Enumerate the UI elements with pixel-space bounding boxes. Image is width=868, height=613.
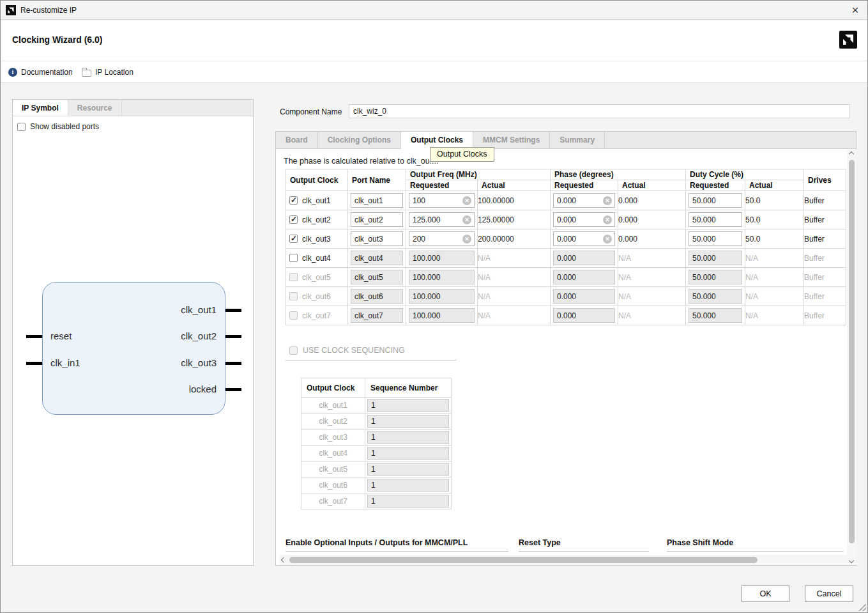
component-name-input[interactable]: clk_wiz_0 xyxy=(349,104,850,118)
port-name-input: clk_out5 xyxy=(351,270,403,284)
scroll-up-icon[interactable] xyxy=(847,150,856,159)
tab-mmcm-settings[interactable]: MMCM Settings xyxy=(473,132,550,148)
drives-value: Buffer xyxy=(804,210,846,229)
input-port-label: reset xyxy=(50,330,72,341)
enable-clock-checkbox[interactable] xyxy=(289,235,298,243)
phase-requested-input: 0.000 xyxy=(553,251,615,265)
enable-clock-checkbox[interactable] xyxy=(289,196,298,205)
duty-requested-input[interactable]: 50.000 xyxy=(689,231,742,246)
freq-requested-input: 100.000 xyxy=(409,289,475,304)
freq-requested-input[interactable]: 200✕ xyxy=(409,231,475,246)
show-disabled-ports-label: Show disabled ports xyxy=(30,122,99,131)
output-clock-label: clk_out3 xyxy=(302,235,331,244)
clear-icon[interactable]: ✕ xyxy=(603,215,612,224)
phase-requested-input[interactable]: 0.000✕ xyxy=(553,193,615,208)
sequence-row: clk_out41 xyxy=(301,446,452,462)
duty-requested-input[interactable]: 50.000 xyxy=(689,212,742,227)
main-tab-bar: Board Clocking Options Output Clocks MMC… xyxy=(276,132,856,149)
documentation-button[interactable]: i Documentation xyxy=(8,67,73,77)
clear-icon[interactable]: ✕ xyxy=(603,235,612,244)
input-port-stub xyxy=(26,335,42,338)
duty-requested-input[interactable]: 50.000 xyxy=(689,193,742,208)
drives-value: Buffer xyxy=(804,249,846,268)
col-output-clock: Output Clock xyxy=(286,169,348,191)
port-name-input: clk_out4 xyxy=(351,251,403,265)
tab-ip-symbol[interactable]: IP Symbol xyxy=(13,100,68,116)
enable-clock-checkbox[interactable] xyxy=(289,254,298,262)
output-clock-row: clk_out2clk_out2125.000✕125.000000.000✕0… xyxy=(286,210,846,229)
phase-actual-value: 0.000 xyxy=(618,229,686,249)
freq-requested-input: 100.000 xyxy=(409,308,475,323)
use-clock-sequencing-label: USE CLOCK SEQUENCING xyxy=(303,346,405,355)
port-name-input[interactable]: clk_out3 xyxy=(351,231,403,246)
duty-actual-value: N/A xyxy=(745,249,804,268)
enable-clock-checkbox[interactable] xyxy=(289,215,298,224)
input-port-stub xyxy=(26,362,42,365)
sequence-row: clk_out61 xyxy=(301,477,452,493)
phase-actual-value: N/A xyxy=(618,306,686,325)
phase-actual-value: 0.000 xyxy=(618,210,686,229)
freq-actual-value: N/A xyxy=(478,268,551,287)
freq-actual-value: N/A xyxy=(478,287,551,306)
ip-location-button[interactable]: IP Location xyxy=(82,67,133,77)
clear-icon[interactable]: ✕ xyxy=(462,196,471,205)
freq-requested-input[interactable]: 125.000✕ xyxy=(409,212,475,227)
ok-button[interactable]: OK xyxy=(742,586,789,602)
port-name-input[interactable]: clk_out2 xyxy=(351,212,403,227)
resize-grip[interactable] xyxy=(858,603,866,611)
clear-icon[interactable]: ✕ xyxy=(462,235,471,244)
use-clock-sequencing-checkbox: USE CLOCK SEQUENCING xyxy=(289,346,405,355)
output-clock-label: clk_out1 xyxy=(302,196,331,205)
freq-actual-value: 125.00000 xyxy=(478,210,551,229)
tab-resource[interactable]: Resource xyxy=(68,100,122,116)
output-port-label: locked xyxy=(189,384,217,394)
seq-clock-name: clk_out5 xyxy=(301,462,365,477)
section-reset-type: Reset Type xyxy=(519,538,649,552)
recustomize-ip-dialog: Re-customize IP × Clocking Wizard (6.0) … xyxy=(0,0,868,613)
vertical-scroll-thumb[interactable] xyxy=(849,160,855,543)
tab-clocking-options[interactable]: Clocking Options xyxy=(318,132,401,148)
phase-requested-input[interactable]: 0.000✕ xyxy=(553,212,615,227)
toolbar: i Documentation IP Location xyxy=(1,61,868,83)
checkbox-icon xyxy=(289,346,298,355)
drives-value: Buffer xyxy=(804,229,846,249)
left-tab-bar: IP Symbol Resource xyxy=(13,100,253,116)
tab-summary[interactable]: Summary xyxy=(550,132,605,148)
output-port-label: clk_out3 xyxy=(181,357,217,368)
cancel-button[interactable]: Cancel xyxy=(805,586,853,602)
documentation-label: Documentation xyxy=(21,68,73,77)
duty-requested-input: 50.000 xyxy=(689,289,742,304)
seq-clock-name: clk_out7 xyxy=(301,493,365,509)
tab-board[interactable]: Board xyxy=(276,132,318,148)
show-disabled-ports-checkbox[interactable]: Show disabled ports xyxy=(17,122,99,131)
freq-actual-value: N/A xyxy=(478,249,551,268)
component-name-label: Component Name xyxy=(280,107,342,116)
clear-icon[interactable]: ✕ xyxy=(462,215,471,224)
duty-actual-value: 50.0 xyxy=(745,191,804,210)
section-enable-optional-io: Enable Optional Inputs / Outputs for MMC… xyxy=(286,538,508,552)
horizontal-scroll-thumb[interactable] xyxy=(289,557,758,563)
output-clock-row: clk_out4clk_out4100.000N/A0.000N/A50.000… xyxy=(286,249,846,268)
col-actual: Actual xyxy=(478,180,551,191)
scroll-left-icon[interactable] xyxy=(279,555,288,564)
phase-actual-value: N/A xyxy=(618,287,686,306)
col-actual: Actual xyxy=(745,180,804,191)
col-requested: Requested xyxy=(551,180,618,191)
clear-icon[interactable]: ✕ xyxy=(603,196,612,205)
vertical-scrollbar[interactable] xyxy=(847,150,857,565)
scroll-down-icon[interactable] xyxy=(847,556,856,565)
port-name-input[interactable]: clk_out1 xyxy=(351,193,403,208)
col-drives: Drives xyxy=(804,169,846,191)
enable-clock-checkbox xyxy=(289,311,298,320)
horizontal-scrollbar[interactable] xyxy=(279,555,853,565)
sequence-row: clk_out31 xyxy=(301,430,452,446)
output-clocks-tooltip: Output Clocks xyxy=(430,147,494,162)
phase-requested-input[interactable]: 0.000✕ xyxy=(553,231,615,246)
info-icon: i xyxy=(8,68,17,77)
close-icon[interactable]: × xyxy=(847,3,864,18)
sequence-number-input: 1 xyxy=(367,399,449,412)
phase-actual-value: 0.000 xyxy=(618,191,686,210)
freq-requested-input[interactable]: 100✕ xyxy=(409,193,475,208)
col-actual: Actual xyxy=(618,180,686,191)
checkbox-icon[interactable] xyxy=(17,123,26,131)
